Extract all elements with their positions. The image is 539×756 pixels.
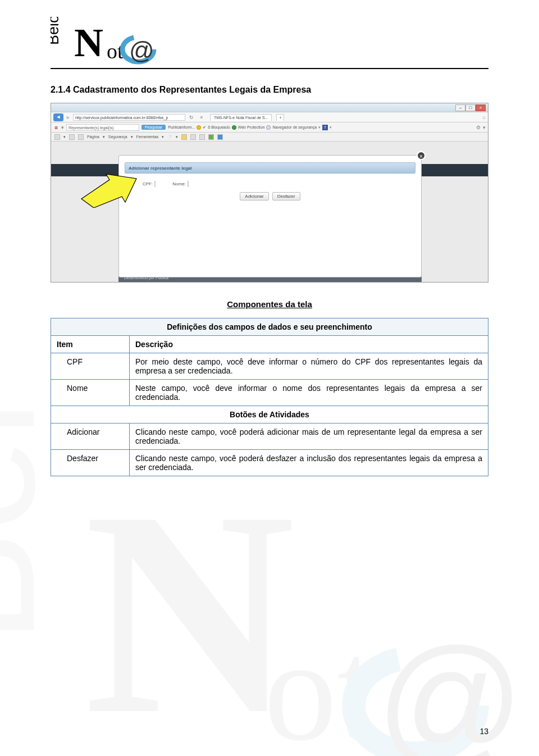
status-site-label: Publicainform... — [168, 125, 195, 129]
callout-arrow — [78, 168, 140, 208]
ie-tool-icon[interactable] — [54, 134, 60, 140]
ie-menu-page[interactable]: Página — [87, 135, 99, 139]
desfazer-button[interactable]: Desfazer — [272, 192, 300, 201]
window-titlebar: – □ × — [51, 103, 488, 112]
browser-back-button[interactable]: ◄ — [53, 113, 63, 121]
row-item-desfazer: Desfazer — [51, 450, 130, 476]
row-desc-cpf: Por meio deste campo, você deve informar… — [130, 353, 488, 380]
nav-sec-label: Navegador de segurança — [272, 125, 317, 129]
table-header: Definições dos campos de dados e seu pre… — [51, 318, 488, 336]
modal-close-button[interactable]: × — [417, 151, 426, 160]
screenshot-browser-window: – □ × ◄ ► http://servicos.publicainforma… — [51, 103, 488, 283]
address-bar[interactable]: http://servicos.publicainformatica.com.b… — [73, 114, 185, 121]
modal-add-representante: × Adicionar representante legal CPF: Nom… — [118, 155, 422, 277]
svg-text:ot: ot — [264, 609, 378, 756]
header-divider — [51, 68, 488, 69]
stop-icon[interactable]: × — [198, 115, 205, 120]
antivirus-icon: α — [53, 125, 59, 130]
row-item-adicionar: Adicionar — [51, 423, 130, 450]
svg-text:@: @ — [376, 618, 524, 756]
browser-new-tab-button[interactable]: + — [276, 114, 284, 121]
browser-tab[interactable]: TMS-NFS-e Nota Fiscal de S... — [210, 114, 272, 121]
svg-text:N: N — [74, 20, 103, 65]
search-button[interactable]: Pesquisar — [141, 125, 166, 130]
window-max-button[interactable]: □ — [465, 104, 476, 111]
modal-title: Adicionar representante legal — [125, 162, 415, 174]
ie-tool-icon2[interactable] — [69, 134, 75, 140]
web-protection-label: Web Protection — [238, 125, 265, 129]
page-number: 13 — [479, 727, 488, 736]
svg-text:Belo: Belo — [51, 17, 62, 45]
reload-icon[interactable]: ↻ — [188, 115, 195, 120]
svg-point-3 — [354, 658, 477, 753]
ie-menu-security[interactable]: Segurança — [108, 135, 127, 139]
web-protection-icon — [232, 125, 236, 130]
browser-forward-button[interactable]: ► — [66, 115, 71, 120]
header-logo: Belo N ot @ — [51, 17, 168, 65]
window-min-button[interactable]: – — [455, 104, 465, 111]
col-item-header: Item — [51, 336, 130, 353]
ie-misc-icon3[interactable] — [199, 134, 205, 140]
block-count-icon: ✔ — [203, 125, 206, 130]
ie-menu-tools[interactable]: Ferramentas — [136, 135, 159, 139]
table-caption: Componentes da tela — [51, 299, 488, 309]
nome-label: Nome: — [172, 181, 186, 186]
block-count-label: 0 Bloqueado — [208, 125, 230, 129]
help-icon[interactable]: ❔ — [167, 135, 172, 139]
window-close-button[interactable]: × — [476, 104, 486, 111]
svg-text:N: N — [84, 451, 295, 756]
ie-misc-icon1[interactable] — [181, 134, 187, 140]
row-desc-nome: Neste campo, você deve informar o nome d… — [130, 380, 488, 406]
adicionar-button[interactable]: Adicionar — [240, 192, 268, 201]
home-icon[interactable]: ⌂ — [483, 115, 486, 120]
cpf-label: CPF: — [143, 181, 153, 186]
svg-marker-10 — [81, 174, 136, 208]
section-heading: 2.1.4 Cadastramento dos Representantes L… — [51, 85, 488, 95]
ie-misc-icon5[interactable] — [217, 134, 223, 140]
cpf-input[interactable] — [154, 181, 156, 187]
row-item-cpf: CPF — [51, 353, 130, 380]
settings-gear-icon[interactable]: ⚙ — [476, 125, 481, 130]
col-desc-header: Descrição — [130, 336, 488, 353]
facebook-icon[interactable]: f — [322, 125, 328, 130]
nav-sec-icon — [266, 125, 271, 130]
table-subheader: Botões de Atividades — [51, 406, 488, 423]
row-desc-desfazer: Clicando neste campo, você poderá desfaz… — [130, 450, 488, 476]
ie-misc-icon2[interactable] — [190, 134, 196, 140]
row-item-nome: Nome — [51, 380, 130, 406]
toolbar-search-input[interactable]: Representante(s) legal(is) — [66, 124, 139, 131]
row-desc-adicionar: Clicando neste campo, você poderá adicio… — [130, 423, 488, 450]
nome-input[interactable] — [188, 181, 189, 187]
ie-tool-icon3[interactable] — [78, 134, 84, 140]
status-dot-yellow — [197, 125, 201, 130]
svg-text:@: @ — [129, 37, 154, 64]
ie-misc-icon4[interactable] — [208, 134, 214, 140]
components-table: Definições dos campos de dados e seu pre… — [51, 318, 488, 476]
